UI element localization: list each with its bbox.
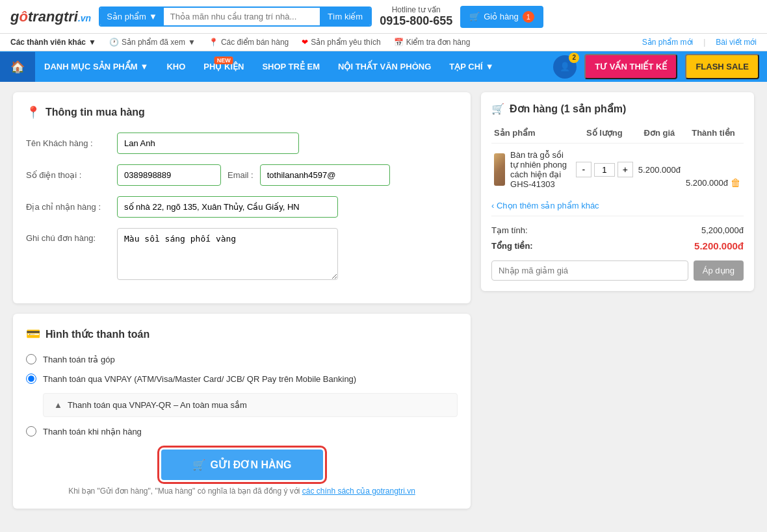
cart-icon: 🛒 <box>192 459 205 471</box>
main-nav: 🏠 DANH MỤC SẢN PHẨM ▼ KHO NEW PHỤ KIỆN S… <box>0 51 767 82</box>
nav-kho[interactable]: KHO <box>157 54 194 79</box>
note-textarea[interactable]: Màu sồi sáng phối vàng <box>117 228 338 280</box>
nav-flash-sale-btn[interactable]: FLASH SALE <box>685 54 759 79</box>
order-header: 🛒 Đơn hàng (1 sản phẩm) <box>491 103 744 115</box>
payment-option-3-label[interactable]: Thanh toán khi nhận hàng <box>43 427 142 437</box>
subnav-wishlist[interactable]: ❤ Sản phẩm yêu thích <box>302 38 380 47</box>
add-more-link[interactable]: ‹ Chọn thêm sản phẩm khác <box>491 201 744 210</box>
subtotal-label: Tạm tính: <box>491 225 528 235</box>
chevron-down-icon: ▼ <box>188 38 196 47</box>
nav-tap-chi[interactable]: TẠP CHÍ ▼ <box>440 54 502 79</box>
heart-icon: ❤ <box>302 38 308 47</box>
coupon-input[interactable] <box>491 260 688 281</box>
order-item-row: Bàn trà gỗ sồi tự nhiên phong cách hiện … <box>491 144 744 196</box>
address-label: Địa chỉ nhận hàng : <box>26 202 117 212</box>
notification-badge: 2 <box>569 53 579 63</box>
qty-input[interactable] <box>594 163 615 177</box>
email-input[interactable] <box>260 164 390 186</box>
location-icon: 📍 <box>26 105 40 120</box>
nav-user-icon[interactable]: 👤 2 <box>553 55 577 79</box>
user-icon: 👤 <box>560 62 570 71</box>
email-label: Email : <box>228 170 254 180</box>
payment-option-1-row: Thanh toán trả góp <box>26 354 458 364</box>
coupon-apply-btn[interactable]: Áp dụng <box>694 260 744 281</box>
subnav-new-products[interactable]: Sản phẩm mới <box>642 38 693 47</box>
vnpay-info-text: Thanh toán qua VNPAY-QR – An toàn mua sắ… <box>68 400 247 410</box>
policy-link[interactable]: các chính sách của gotrangtri.vn <box>302 487 415 496</box>
submit-note: Khi bạn "Gửi đơn hàng", "Mua hàng" có ng… <box>26 487 458 496</box>
phone-input[interactable] <box>117 164 221 186</box>
new-badge: NEW <box>214 57 233 64</box>
subnav-products-viewed[interactable]: 🕐 Sản phẩm đã xem ▼ <box>109 38 196 47</box>
left-column: 📍 Thông tin mua hàng Tên Khách hàng : Số… <box>13 92 471 509</box>
subnav-articles[interactable]: Bài viết mới <box>716 38 757 47</box>
search-input[interactable] <box>164 8 320 25</box>
payment-option-2-row: Thanh toán qua VNPAY (ATM/Visa/Master Ca… <box>26 374 458 384</box>
subnav-right: Sản phẩm mới | Bài viết mới <box>642 38 757 47</box>
product-name: Bàn trà gỗ sồi tự nhiên phong cách hiện … <box>510 150 571 189</box>
product-thumbnail <box>494 153 505 186</box>
coupon-row: Áp dụng <box>491 260 744 281</box>
vnpay-info-block: ▲ Thanh toán qua VNPAY-QR – An toàn mua … <box>43 393 458 417</box>
name-input[interactable] <box>117 133 299 154</box>
hotline-info: Hotline tư vấn 0915-800-655 <box>380 5 452 28</box>
chevron-down-icon: ▼ <box>140 62 149 71</box>
nav-danh-muc[interactable]: DANH MỤC SẢN PHẨM ▼ <box>35 54 157 79</box>
sub-nav: Các thành viên khác ▼ 🕐 Sản phẩm đã xem … <box>0 34 767 51</box>
note-row: Ghi chú đơn hàng: Màu sồi sáng phối vàng <box>26 228 458 280</box>
site-logo[interactable]: gôtrangtri.vn <box>10 8 91 25</box>
payment-option-2-label[interactable]: Thanh toán qua VNPAY (ATM/Visa/Master Ca… <box>43 374 356 384</box>
total-price-cell: 5.200.000đ 🗑 <box>683 171 744 196</box>
payment-option-1-label[interactable]: Thanh toán trả góp <box>43 355 115 364</box>
cart-count-badge: 1 <box>523 11 534 23</box>
col-product-header: Sản phẩm <box>491 123 573 144</box>
name-label: Tên Khách hàng : <box>26 138 117 148</box>
order-panel: 🛒 Đơn hàng (1 sản phẩm) Sản phẩm Số lượn… <box>481 92 754 291</box>
location-icon: 📍 <box>209 38 218 47</box>
qty-decrease-btn[interactable]: - <box>576 162 592 177</box>
chevron-down-icon: ▼ <box>486 62 494 71</box>
payment-section-header: 💳 Hình thức thanh toán <box>26 327 458 341</box>
search-bar: Sản phẩm ▼ Tìm kiếm <box>99 6 372 27</box>
payment-option-1-radio[interactable] <box>26 354 36 364</box>
payment-option-3-row: Thanh toán khi nhận hàng <box>26 426 458 437</box>
qty-cell: - + <box>573 144 636 196</box>
nav-consult-btn[interactable]: TƯ VẤN THIẾT KẾ <box>584 54 677 79</box>
purchase-section-header: 📍 Thông tin mua hàng <box>26 105 458 120</box>
nav-home[interactable]: 🏠 <box>0 52 35 82</box>
subnav-stores[interactable]: 📍 Các điểm bán hàng <box>209 38 289 47</box>
history-icon: 🕐 <box>109 38 119 47</box>
arrow-up-icon: ▲ <box>54 400 62 410</box>
address-row: Địa chỉ nhận hàng : <box>26 196 458 218</box>
col-price-header: Đơn giá <box>636 123 683 144</box>
payment-option-2-radio[interactable] <box>26 374 36 384</box>
qty-increase-btn[interactable]: + <box>618 162 633 177</box>
page-content: 📍 Thông tin mua hàng Tên Khách hàng : Số… <box>6 92 760 509</box>
nav-shop-tre-em[interactable]: SHOP TRẺ EM <box>253 54 329 79</box>
search-button[interactable]: Tìm kiếm <box>320 8 370 25</box>
phone-email-row: Số điện thoại : Email : <box>26 164 458 186</box>
nav-phu-kien[interactable]: NEW PHỤ KIỆN <box>194 54 253 79</box>
note-label: Ghi chú đơn hàng: <box>26 228 117 243</box>
cart-icon: 🛒 <box>491 103 504 115</box>
total-row: Tổng tiền: 5.200.000đ <box>491 238 744 254</box>
payment-option-3-radio[interactable] <box>26 426 36 437</box>
cart-icon: 🛒 <box>469 12 480 21</box>
address-input[interactable] <box>117 196 338 218</box>
qty-control: - + <box>576 162 633 177</box>
col-total-header: Thành tiền <box>683 123 744 144</box>
hotline-number: 0915-800-655 <box>380 14 452 28</box>
card-icon: 💳 <box>26 327 40 341</box>
unit-price-cell: 5.200.000đ <box>636 144 683 196</box>
chevron-down-icon: ▼ <box>88 38 96 47</box>
member-dropdown[interactable]: Các thành viên khác ▼ <box>10 38 96 47</box>
col-qty-header: Số lượng <box>573 123 636 144</box>
cart-button[interactable]: 🛒 Giỏ hàng 1 <box>460 6 543 28</box>
submit-order-button[interactable]: 🛒 GỬI ĐƠN HÀNG <box>161 450 323 480</box>
subtotal-row: Tạm tính: 5,200,000đ <box>491 223 744 238</box>
search-category-dropdown[interactable]: Sản phẩm ▼ <box>100 8 164 25</box>
delete-item-btn[interactable]: 🗑 <box>731 177 741 189</box>
subnav-orders[interactable]: 📅 Kiểm tra đơn hàng <box>394 38 471 47</box>
subtotal-value: 5,200,000đ <box>701 225 744 235</box>
nav-noi-that-vp[interactable]: NỘI THẤT VĂN PHÒNG <box>329 54 440 79</box>
